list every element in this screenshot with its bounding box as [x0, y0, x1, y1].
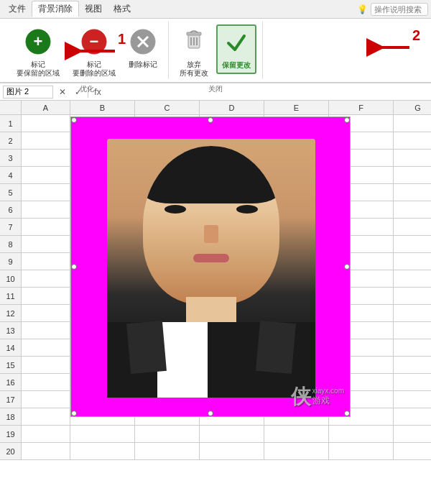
- cell[interactable]: [394, 391, 431, 408]
- menu-background-remove[interactable]: 背景消除: [32, 1, 79, 17]
- formula-cancel-btn[interactable]: ✕: [56, 87, 69, 97]
- annotation-arrow-1: 1: [65, 37, 122, 68]
- handle-mr[interactable]: [344, 264, 350, 270]
- keep-changes-icon: [223, 29, 250, 60]
- cell[interactable]: [22, 408, 70, 426]
- ribbon-buttons-close: 放弃 所有更改 保留更改: [175, 24, 256, 81]
- col-header-d[interactable]: D: [200, 101, 264, 114]
- row-number: 19: [0, 426, 22, 443]
- cell[interactable]: [22, 219, 70, 236]
- cell[interactable]: [394, 167, 431, 184]
- search-input[interactable]: [371, 3, 428, 16]
- delete-mark-button[interactable]: 删除标记: [124, 24, 162, 73]
- cell[interactable]: [394, 219, 431, 236]
- col-header-g[interactable]: G: [394, 101, 431, 114]
- cell[interactable]: [394, 443, 431, 460]
- mark-keep-button[interactable]: + 标记 要保留的区域: [11, 24, 65, 81]
- arrow1-number: 1: [118, 31, 126, 47]
- cell[interactable]: [22, 322, 70, 339]
- cell[interactable]: [22, 201, 70, 219]
- cell[interactable]: [329, 443, 394, 460]
- watermark-gameName: 游戏: [312, 395, 344, 407]
- suit: [107, 322, 315, 398]
- watermark-site: xiayx.com: [312, 387, 344, 395]
- row-number: 13: [0, 322, 22, 339]
- cell[interactable]: [22, 184, 70, 201]
- menu-view[interactable]: 视图: [79, 1, 108, 17]
- col-header-a[interactable]: A: [22, 101, 70, 114]
- cell[interactable]: [264, 443, 329, 460]
- svg-rect-8: [187, 32, 201, 35]
- cell[interactable]: [22, 374, 70, 391]
- cell[interactable]: [22, 132, 70, 150]
- cell[interactable]: [22, 288, 70, 305]
- cell[interactable]: [394, 184, 431, 201]
- cell[interactable]: [394, 305, 431, 322]
- cell[interactable]: [22, 339, 70, 357]
- handle-bl[interactable]: [71, 411, 77, 416]
- cell[interactable]: [394, 115, 431, 132]
- cell[interactable]: [264, 426, 329, 443]
- handle-bm[interactable]: [208, 411, 213, 416]
- cell[interactable]: [22, 391, 70, 408]
- svg-text:+: +: [34, 32, 43, 50]
- cell[interactable]: [22, 167, 70, 184]
- spreadsheet: A B C D E F G 12345678910111213141516171…: [0, 101, 431, 460]
- col-header-b[interactable]: B: [70, 101, 135, 114]
- handle-tr[interactable]: [344, 117, 350, 123]
- annotation-arrow-2: 2: [366, 33, 417, 64]
- cell[interactable]: [394, 339, 431, 357]
- cell[interactable]: [394, 253, 431, 270]
- cell[interactable]: [22, 357, 70, 374]
- cell[interactable]: [394, 426, 431, 443]
- handle-br[interactable]: [344, 411, 350, 416]
- keep-changes-button[interactable]: 保留更改: [216, 24, 256, 74]
- cell[interactable]: [394, 150, 431, 167]
- row-number: 10: [0, 270, 22, 288]
- cell[interactable]: [22, 150, 70, 167]
- cell[interactable]: [22, 236, 70, 253]
- cell[interactable]: [394, 374, 431, 391]
- cell[interactable]: [394, 236, 431, 253]
- cell[interactable]: [200, 426, 264, 443]
- cell[interactable]: [394, 270, 431, 288]
- cell[interactable]: [135, 443, 200, 460]
- cell[interactable]: [329, 426, 394, 443]
- menu-format[interactable]: 格式: [108, 1, 136, 17]
- col-header-e[interactable]: E: [264, 101, 329, 114]
- name-box[interactable]: [3, 86, 53, 98]
- delete-mark-icon: [129, 28, 157, 59]
- cell[interactable]: [394, 201, 431, 219]
- discard-label: 放弃 所有更改: [180, 60, 208, 78]
- cell[interactable]: [394, 288, 431, 305]
- cell[interactable]: [70, 426, 135, 443]
- handle-ml[interactable]: [71, 264, 77, 270]
- cell[interactable]: [22, 270, 70, 288]
- formula-input[interactable]: [107, 87, 428, 97]
- cell[interactable]: [394, 357, 431, 374]
- row-number: 5: [0, 184, 22, 201]
- cell[interactable]: [394, 322, 431, 339]
- cell[interactable]: [22, 443, 70, 460]
- col-header-f[interactable]: F: [329, 101, 394, 114]
- cell[interactable]: [394, 408, 431, 426]
- cell[interactable]: [22, 115, 70, 132]
- cell[interactable]: [22, 253, 70, 270]
- menu-file[interactable]: 文件: [3, 1, 32, 17]
- col-header-c[interactable]: C: [135, 101, 200, 114]
- cell[interactable]: [22, 426, 70, 443]
- row-number: 15: [0, 357, 22, 374]
- cell[interactable]: [135, 426, 200, 443]
- handle-tm[interactable]: [208, 117, 213, 123]
- cell[interactable]: [394, 132, 431, 150]
- watermark-sub: xiayx.com 游戏: [312, 387, 344, 407]
- watermark-char: 侠: [291, 383, 311, 411]
- cell[interactable]: [22, 305, 70, 322]
- discard-button[interactable]: 放弃 所有更改: [175, 24, 213, 81]
- cell[interactable]: [70, 443, 135, 460]
- row-number: 16: [0, 374, 22, 391]
- handle-tl[interactable]: [71, 117, 77, 123]
- discard-icon: [180, 28, 208, 59]
- cell[interactable]: [200, 443, 264, 460]
- photo-area[interactable]: 侠 xiayx.com 游戏: [70, 116, 351, 417]
